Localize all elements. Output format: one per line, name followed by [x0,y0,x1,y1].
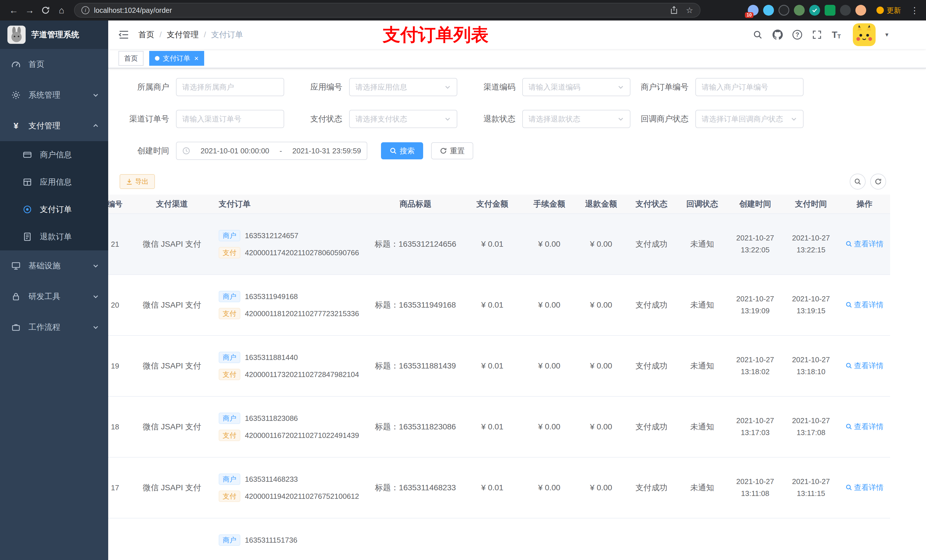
toggle-search-button[interactable] [850,174,865,190]
sidebar-item-payment[interactable]: ¥ 支付管理 [0,110,108,141]
forward-icon[interactable]: → [22,2,38,18]
sidebar-item-workflow[interactable]: 工作流程 [0,312,108,343]
date-range-start: 2021-10-01 00:00:00 [200,146,269,155]
search-icon [846,484,852,491]
col-create-time: 创建时间 [727,199,783,210]
callback-status-filter-select[interactable]: 请选择订单回调商户状态 [695,110,803,128]
share-icon[interactable] [669,5,679,15]
app-no-filter-select[interactable]: 请选择应用信息 [349,78,457,96]
pay-order-no: 4200001173202110272847982104 [245,370,359,379]
pin-extension-icon[interactable] [840,5,851,16]
tab-home[interactable]: 首页 [118,51,144,66]
search-button[interactable]: 搜索 [381,142,423,159]
sidebar-item-infra[interactable]: 基础设施 [0,251,108,281]
bookmark-star-icon[interactable]: ☆ [686,6,693,15]
breadcrumb-pay-mgmt[interactable]: 支付管理 [167,29,199,40]
pay-status-filter-select[interactable]: 请选择支付状态 [349,110,457,128]
site-info-icon[interactable]: i [82,6,89,14]
table-row: 21 微信 JSAPI 支付 商户 1635312124657 支付 [108,214,890,275]
channel-code-filter-select[interactable]: 请输入渠道编码 [522,78,631,96]
sidebar-item-merchant-info[interactable]: 商户信息 [0,141,108,169]
cell-title: 标题：1635311949168 [368,300,462,311]
cell-pay-time: 2021-10-27 13:19:15 [783,293,839,317]
merchant-order-no: 1635311881440 [245,353,298,362]
breadcrumb-home[interactable]: 首页 [138,29,154,40]
help-icon[interactable]: ? [793,30,802,39]
breadcrumb: 首页 / 支付管理 / 支付订单 [138,29,243,40]
cell-amount: ¥ 0.01 [462,240,522,249]
cell-fee: ¥ 0.00 [522,361,576,370]
user-avatar[interactable] [853,23,876,46]
caret-down-icon[interactable]: ▾ [885,31,888,38]
col-amount: 支付金额 [462,199,522,210]
orders-table: 编号 支付渠道 支付订单 商品标题 支付金额 手续金额 退款金额 支付状态 回调… [108,195,890,560]
github-icon[interactable] [773,30,783,40]
extension-icon[interactable]: 10 [748,5,758,16]
cell-notify-status: 未通知 [677,482,727,493]
search-icon[interactable] [753,30,763,40]
cell-notify-status: 未通知 [677,239,727,249]
view-detail-link[interactable]: 查看详情 [846,483,884,492]
sidebar-item-system[interactable]: 系统管理 [0,80,108,110]
pay-order-no: 4200001174202110278060590766 [245,248,359,257]
address-bar[interactable]: i localhost:1024/pay/order ☆ [74,3,701,18]
font-size-icon[interactable]: TT [832,30,841,39]
sidebar-item-pay-order[interactable]: 支付订单 [0,196,108,223]
chevron-up-icon [92,122,99,129]
extension-icon[interactable] [794,5,805,16]
browser-menu-icon[interactable]: ⋮ [909,5,920,15]
cell-create-time: 2021-10-27 13:18:02 [727,354,783,377]
cell-id: 19 [108,362,132,370]
cell-channel: 微信 JSAPI 支付 [132,361,212,371]
merchant-filter-input[interactable] [176,78,284,96]
tab-pay-order[interactable]: 支付订单 × [149,51,204,66]
chevron-down-icon [444,116,451,122]
view-detail-link[interactable]: 查看详情 [846,422,884,432]
back-icon[interactable]: ← [6,2,22,18]
profile-avatar-icon[interactable] [855,5,866,16]
export-button[interactable]: 导出 [120,174,155,189]
merchant-tag: 商户 [219,474,240,485]
search-icon [390,147,397,154]
cell-pay-status: 支付成功 [626,482,677,493]
sidebar-item-home[interactable]: 首页 [0,49,108,80]
rabbit-logo-icon [8,26,26,44]
extension-icon[interactable] [779,5,789,16]
chevron-down-icon [617,116,624,122]
refresh-icon [440,147,447,154]
view-detail-link[interactable]: 查看详情 [846,361,884,371]
extension-icon[interactable] [825,5,835,16]
create-time-range-picker[interactable]: 2021-10-01 00:00:00 - 2021-10-31 23:59:5… [176,142,367,160]
page-annotation: 支付订单列表 [383,23,489,47]
extension-check-icon[interactable] [809,5,820,16]
merchant-order-no: 1635311823086 [245,414,298,423]
cell-refund: ¥ 0.00 [576,300,626,309]
reload-icon[interactable] [38,2,53,18]
close-icon[interactable]: × [194,54,198,62]
home-icon[interactable]: ⌂ [53,2,70,18]
tags-view-bar: 首页 支付订单 × [108,49,926,68]
merchant-order-no-filter-input[interactable] [695,78,803,96]
reset-button[interactable]: 重置 [431,142,473,159]
table-body: 21 微信 JSAPI 支付 商户 1635312124657 支付 [108,214,890,518]
channel-order-no-filter-input[interactable] [176,110,284,128]
pay-order-no: 4200001181202110277723215336 [245,309,359,318]
sidebar-item-app-info[interactable]: 应用信息 [0,169,108,196]
cell-id: 18 [108,423,132,432]
refund-status-filter-select[interactable]: 请选择退款状态 [522,110,631,128]
sidebar-fold-icon[interactable] [117,30,130,40]
cell-channel: 微信 JSAPI 支付 [132,482,212,493]
fullscreen-icon[interactable] [812,30,822,40]
view-detail-link[interactable]: 查看详情 [846,300,884,310]
app-logo[interactable]: 芋道管理系统 [0,21,108,49]
clock-icon [182,147,190,155]
sidebar-item-dev-tools[interactable]: 研发工具 [0,281,108,312]
merchant-order-no-filter-label: 商户订单编号 [635,82,695,92]
sidebar-item-refund-order[interactable]: 退款订单 [0,223,108,251]
cell-amount: ¥ 0.01 [462,361,522,370]
extension-icon[interactable] [763,5,774,16]
refresh-table-button[interactable] [870,174,886,190]
browser-update-button[interactable]: 更新 [876,6,901,15]
view-detail-link[interactable]: 查看详情 [846,239,884,249]
cell-create-time: 2021-10-27 13:22:05 [727,232,783,256]
